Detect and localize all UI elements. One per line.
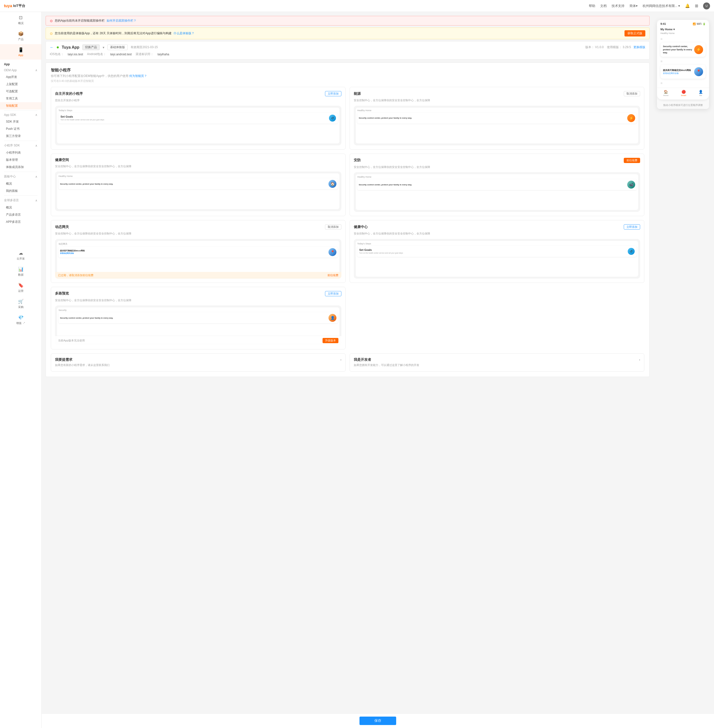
- home-label: My Home ▾: [657, 26, 709, 32]
- sidebar-item-push-cert[interactable]: Push 证书: [0, 125, 41, 132]
- nav-help[interactable]: 帮助: [589, 4, 595, 8]
- bell-icon[interactable]: 🔔: [685, 3, 690, 8]
- sidebar-item-app-dev[interactable]: App开发: [0, 74, 41, 81]
- add-mp-btn[interactable]: 立即添加: [325, 291, 341, 296]
- mp-card-health-center: 健康中心 立即添加 安全控制中心，全方位保障你的安全安全控制中心，全方位保障 T…: [350, 220, 644, 283]
- upgrade-text: 当前App版本无法使用: [58, 339, 85, 342]
- section-title: 智能小程序: [51, 68, 644, 73]
- ios-bundle-val: laiyi.ios.test: [68, 53, 83, 56]
- app-header: ← Tuya App 切换产品 ▾ 基础体验版 有效期至2021-03-15 版…: [46, 41, 650, 60]
- drag-handle-3[interactable]: ≡: [657, 81, 709, 86]
- warning-link[interactable]: 什么是体验版？: [174, 31, 194, 36]
- ios-bundle-label: iOS包名：: [50, 52, 64, 56]
- switch-product-btn[interactable]: 切换产品: [82, 44, 100, 50]
- sidebar-item-product-lang[interactable]: 产品多语言: [0, 211, 41, 218]
- renew-security-btn[interactable]: 前往续费: [624, 158, 640, 163]
- nav-language[interactable]: 简体▾: [630, 4, 638, 8]
- mp-title-row-self: 自主开发的小程序: [55, 92, 83, 96]
- sidebar-item-optional[interactable]: 可选配置: [0, 88, 41, 95]
- app-version-area: 版本： V1.0.0 使用模版： 3.29.5 更换模版: [585, 45, 645, 50]
- app-sdk-group[interactable]: App SDK ∧: [0, 112, 41, 118]
- sidebar-item-listing[interactable]: 上架配置: [0, 81, 41, 88]
- data-icon: 📊: [18, 266, 24, 272]
- sidebar-item-cloud[interactable]: ☁ 云开发: [0, 247, 41, 263]
- panel-center-label: 面板中心: [4, 174, 16, 179]
- add-self-btn[interactable]: 立即添加: [325, 91, 341, 96]
- phone-header-health: Healthy Home: [58, 175, 338, 177]
- panel-center-group[interactable]: 面板中心 ∧: [0, 173, 41, 180]
- mp-desc-gateway: 安全控制中心，全方位保障你的安全安全控制中心，全方位保障: [55, 232, 341, 236]
- sidebar-item-operations[interactable]: 🔖 运营: [0, 280, 41, 296]
- cancel-energy-btn[interactable]: 取消添加: [624, 91, 640, 96]
- sidebar-item-addvalue[interactable]: 💎 增值 ↗: [0, 312, 41, 328]
- add-hc-btn[interactable]: 立即添加: [624, 224, 640, 230]
- sidebar-item-version-mgmt[interactable]: 版本管理: [0, 156, 41, 164]
- home-tab-icon: 🏠: [664, 90, 668, 94]
- sidebar-item-lang-overview[interactable]: 概况: [0, 204, 41, 211]
- sidebar-item-overview[interactable]: ⊡ 概况: [0, 12, 41, 28]
- sidebar-item-data[interactable]: 📊 数据: [0, 263, 41, 280]
- tab-me[interactable]: 👤 Me: [699, 90, 703, 96]
- developer-card[interactable]: 我是开发者 › 如果您拥有开发能力，可以通过这里了解小程序的开发: [350, 353, 644, 372]
- miniapp-sdk-group[interactable]: 小程序 SDK ∧: [0, 142, 41, 149]
- phone-screen-health: Healthy Home Security control center, pr…: [57, 173, 339, 209]
- miniapp-sdk-chevron-icon: ∧: [35, 144, 38, 147]
- sidebar-item-tools[interactable]: 常用工具: [0, 95, 41, 102]
- tab-smart[interactable]: 🔴 Smart: [681, 90, 686, 96]
- right-mesh-card-2: 提供高可靠稳定的Mesh网络 发现动态网关设备 📍: [660, 65, 706, 79]
- right-card-link-2[interactable]: 发现动态网关设备: [663, 72, 692, 75]
- expired-renew-link[interactable]: 前往续费: [327, 274, 338, 277]
- nav-user-company[interactable]: 杭州阔阔信息技术有限... ▾: [643, 4, 680, 8]
- nav-support[interactable]: 技术支持: [612, 4, 624, 8]
- sidebar-item-sdk-dev[interactable]: SDK 开发: [0, 118, 41, 125]
- cancel-gateway-btn[interactable]: 取消添加: [325, 224, 341, 230]
- home-tab-label: Home: [663, 94, 668, 96]
- sidebar-divider-4: [4, 196, 38, 196]
- app-validity: 有效期至2021-03-15: [130, 45, 158, 50]
- sidebar-item-miniapp-list[interactable]: 小程序列表: [0, 149, 41, 156]
- upgrade-btn[interactable]: 升级版本: [322, 338, 338, 343]
- security-card-sec: Security control center, protect your fa…: [357, 179, 637, 190]
- sidebar-item-third-party[interactable]: 第三方登录: [0, 132, 41, 140]
- sidebar-item-panel-overview[interactable]: 概况: [0, 180, 41, 187]
- app-sdk-chevron-icon: ∧: [35, 113, 38, 117]
- mp-card-multi-path: 多路预览 立即添加 安全控制中心，全方位保障你的安全安全控制中心，全方位保障 S…: [51, 287, 346, 350]
- sidebar-item-member-add[interactable]: 体验成员添加: [0, 164, 41, 171]
- model-label: 使用模版：: [607, 45, 622, 49]
- steps-text-hc: Set Goals Turn on the health center serv…: [359, 248, 403, 254]
- global-lang-label: 全球多语言: [4, 198, 19, 203]
- sidebar-label-app: App: [18, 54, 23, 57]
- mp-title-row-gateway: 动态网关: [55, 225, 69, 229]
- sidebar-item-app[interactable]: 📱 App: [0, 44, 41, 60]
- sidebar-item-purchase[interactable]: 🛒 采购: [0, 296, 41, 312]
- nav-docs[interactable]: 文档: [600, 4, 607, 8]
- expired-overlay: 已过期，请取消添加前往续费 前往续费: [55, 272, 341, 279]
- oem-app-group[interactable]: OEM App ∧: [0, 67, 41, 74]
- sidebar-item-app-lang[interactable]: APP多语言: [0, 218, 41, 226]
- mp-card-health-space: 健康空间 安全控制中心，全方位保障你的安全安全控制中心，全方位保障 Health…: [51, 153, 346, 217]
- mp-title-hc: 健康中心: [354, 225, 368, 229]
- drag-handle-2[interactable]: ≡: [657, 59, 709, 64]
- update-template-link[interactable]: 更换模版: [633, 45, 645, 49]
- phone-preview-mp: Security Security control center, protec…: [55, 305, 341, 345]
- save-button[interactable]: 保存: [360, 717, 396, 725]
- help-link[interactable]: 何为智能页？: [129, 74, 147, 78]
- avatar[interactable]: U: [703, 3, 710, 9]
- feature-request-card[interactable]: 我要提需求 › 如果您有新的小程序需求，请从这里联系我们: [51, 353, 346, 372]
- get-official-btn[interactable]: 获取正式版: [624, 30, 645, 36]
- right-card-text-2: 提供高可靠稳定的Mesh网络 发现动态网关设备: [663, 69, 692, 75]
- drag-handle-1[interactable]: ≡: [657, 36, 709, 41]
- sidebar-item-smart-config[interactable]: 智能配置: [0, 102, 41, 110]
- android-bundle-label: Android包名：: [87, 52, 106, 56]
- back-button[interactable]: ←: [50, 45, 54, 50]
- global-lang-group[interactable]: 全球多语言 ∧: [0, 197, 41, 204]
- sidebar-item-product[interactable]: 📦 产品: [0, 28, 41, 44]
- error-link[interactable]: 如何开启底部操作栏？: [106, 19, 136, 23]
- grid-icon[interactable]: ⊞: [695, 3, 698, 8]
- mp-card-header-self: 自主开发的小程序 立即添加: [55, 91, 341, 96]
- sidebar-item-my-panel[interactable]: 我的面板: [0, 187, 41, 194]
- mp-card-header-health: 健康空间: [55, 158, 341, 162]
- tab-home[interactable]: 🏠 Home: [663, 90, 668, 96]
- phone-header-gateway: 动态网关: [58, 242, 338, 246]
- phone-header-self: Today's Steps: [58, 109, 338, 112]
